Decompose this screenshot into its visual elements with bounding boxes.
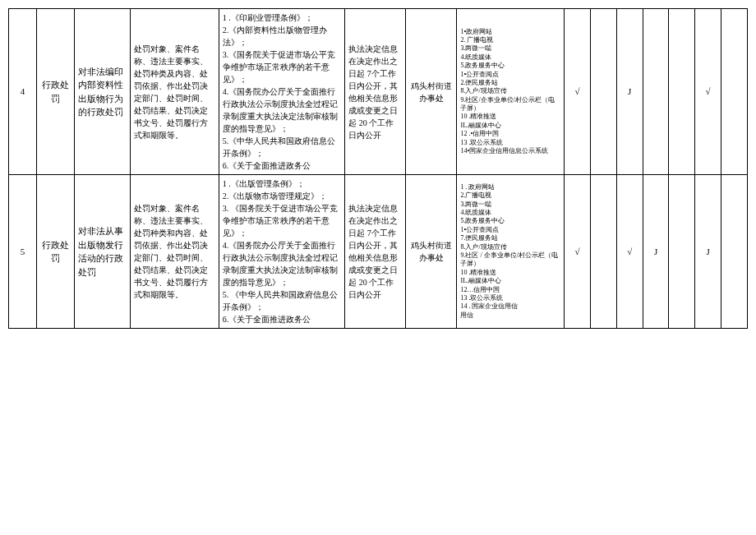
channel-item: 9.社区 / 企事业单位/村公示栏（电子屏） — [460, 251, 560, 269]
channel-item: 10 .精准推送 — [460, 113, 560, 121]
cell-check — [643, 9, 669, 175]
cell-check — [669, 175, 695, 329]
cell-subject: 鸡头村街道办事处 — [405, 9, 457, 175]
table-row: 5 行政处罚 对非法从事出版物发行活动的行政处罚 处罚对象、案件名称、违法主要事… — [9, 175, 748, 329]
cell-subject: 鸡头村街道办事处 — [405, 175, 457, 329]
cell-check — [669, 9, 695, 175]
channel-item: 2.广播电视 — [460, 191, 560, 200]
cell-channels: 1 . 政府网站 2.广播电视 3.两微一端 4.纸质媒体 5.政务服务中心 1… — [457, 175, 565, 329]
cell-content: 处罚对象、案件名称、违法主要事实、处罚种类及内容、处罚依据、作出处罚决定部门、处… — [130, 9, 219, 175]
cell-check: √ — [565, 175, 591, 329]
cell-no: 5 — [9, 175, 37, 329]
channel-item: 1 . 政府网站 — [460, 183, 560, 191]
channel-item: IL.融媒体中心 — [460, 122, 560, 130]
cell-check — [721, 9, 748, 175]
cell-check — [721, 175, 748, 329]
channel-item: 用信 — [460, 311, 560, 320]
cell-basis: 1 .《出版管理条例》； 2.《出版物市场管理规定》； 3. 《国务院关于促进市… — [219, 175, 344, 329]
cell-time: 执法决定信息在决定作出之日起 7个工作日内公开，其他相关信息形成或变更之日起 2… — [345, 175, 406, 329]
table-row: 4 行政处罚 对非法编印内部资料性出版物行为的行政处罚 处罚对象、案件名称、违法… — [9, 9, 748, 175]
channel-item: 1•公开查阅点 — [460, 226, 560, 234]
channel-item: 5.政务服务中心 — [460, 62, 560, 70]
channel-item: 4.纸质媒体 — [460, 209, 560, 217]
cell-check: √ — [695, 9, 721, 175]
channel-item: 10 .精准推送 — [460, 269, 560, 277]
channel-item: 8.入户/现场宣传 — [460, 87, 560, 95]
channel-item: 1•公开查阅点 — [460, 71, 560, 79]
channel-item: 7.便民服务站 — [460, 234, 560, 242]
channel-item: 3.两微一端 — [460, 201, 560, 209]
cell-basis: 1 .《印刷业管理条例》； 2.《内部资料性出版物管理办法》； 3.《国务院关于… — [219, 9, 344, 175]
cell-type: 行政处罚 — [37, 175, 74, 329]
cell-check: J — [695, 175, 721, 329]
channel-item: 12…信用中国 — [460, 286, 560, 294]
channel-item: 9.社区/企事业单位/村公示栏（电子屏） — [460, 96, 560, 113]
cell-no: 4 — [9, 9, 37, 175]
channel-item: 4.纸质媒体 — [460, 53, 560, 62]
channel-item: 14•国家企业信用信息公示系统 — [460, 147, 560, 155]
channel-item: 5.政务服务中心 — [460, 217, 560, 225]
channel-item: IL.融媒体中心 — [460, 277, 560, 285]
cell-check — [590, 175, 616, 329]
cell-content: 处罚对象、案件名称、违法主要事实、处罚种类和内容、处罚依据、作出处罚决定部门、处… — [130, 175, 219, 329]
channel-item: 14 . 国家企业信用信 — [460, 302, 560, 311]
cell-check: J — [643, 175, 669, 329]
channel-item: 8.入户/现场宣传 — [460, 243, 560, 251]
disclosure-table: 4 行政处罚 对非法编印内部资料性出版物行为的行政处罚 处罚对象、案件名称、违法… — [8, 8, 748, 329]
cell-name: 对非法编印内部资料性出版物行为的行政处罚 — [74, 9, 130, 175]
channel-item: 12 .•信用中国 — [460, 130, 560, 138]
channel-item: 13 .双公示系统 — [460, 139, 560, 147]
cell-check: √ — [616, 175, 643, 329]
channel-item: 13 .双公示系统 — [460, 294, 560, 302]
channel-item: 2. 广播电视 — [460, 36, 560, 44]
cell-name: 对非法从事出版物发行活动的行政处罚 — [74, 175, 130, 329]
cell-check: J — [616, 9, 643, 175]
cell-time: 执法决定信息在决定作出之日起 7个工作日内公开，其他相关信息形成或变更之日起 2… — [345, 9, 406, 175]
channel-item: 1•政府网站 — [460, 28, 560, 36]
channel-item: 3.两微一端 — [460, 44, 560, 53]
cell-check — [590, 9, 616, 175]
cell-type: 行政处罚 — [37, 9, 74, 175]
cell-channels: 1•政府网站 2. 广播电视 3.两微一端 4.纸质媒体 5.政务服务中心 1•… — [457, 9, 565, 175]
cell-check: √ — [565, 9, 591, 175]
channel-item: 2.便民服务站 — [460, 79, 560, 87]
